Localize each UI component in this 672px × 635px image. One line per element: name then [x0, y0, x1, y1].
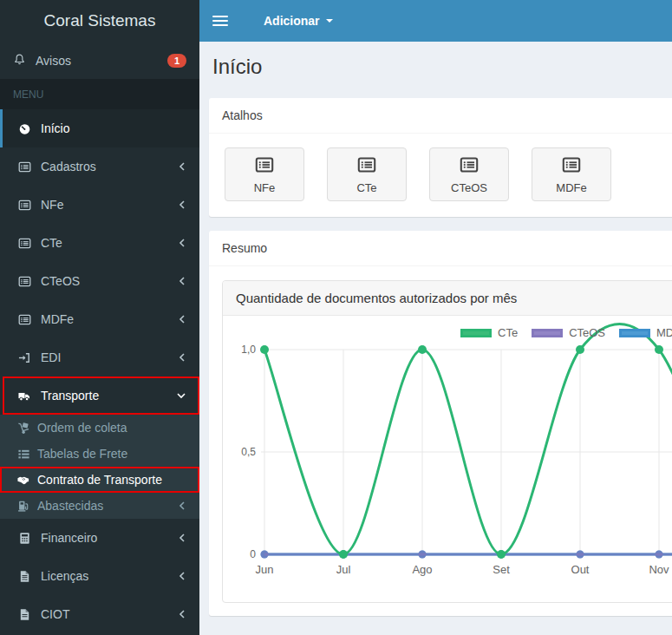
notifications-item[interactable]: Avisos 1 — [0, 42, 199, 80]
sidebar-item-label: CTeOS — [41, 274, 80, 288]
chevron-left-icon — [178, 571, 186, 581]
svg-text:1,0: 1,0 — [241, 344, 256, 356]
legend-swatch-cte — [460, 329, 492, 337]
sidebar-item-label: Licenças — [41, 569, 88, 583]
sidebar-item-inicio[interactable]: Início — [0, 109, 199, 147]
chart-box: Quantidade de documentos autorizados por… — [222, 280, 672, 603]
svg-text:Nov: Nov — [649, 563, 669, 576]
shortcut-label: CTeOS — [451, 181, 487, 194]
main-content: Adicionar Início Atalhos NFe CTe CTeOS M… — [199, 0, 672, 635]
sidebar-item-label: EDI — [41, 350, 61, 364]
shortcuts-panel-title: Atalhos — [209, 98, 672, 134]
sidebar-item-ciot[interactable]: CIOT — [0, 595, 199, 633]
legend-item-mdfe[interactable]: MDFe — [619, 326, 672, 339]
summary-panel-title: Resumo — [209, 231, 672, 266]
list-alt-icon — [16, 275, 33, 288]
legend-swatch-mdfe — [619, 329, 650, 337]
svg-text:Jul: Jul — [336, 563, 351, 576]
adicionar-menu-button[interactable]: Adicionar — [251, 0, 345, 42]
submenu-item-ordem-de-coleta[interactable]: Ordem de coleta — [0, 415, 199, 441]
sidebar-item-cadastros[interactable]: Cadastros — [0, 147, 199, 186]
caret-down-icon — [326, 19, 333, 23]
sidebar-item-label: Cadastros — [41, 160, 96, 173]
legend-label: CTeOS — [569, 326, 605, 339]
svg-text:0,5: 0,5 — [241, 446, 256, 458]
submenu-item-label: Abastecidas — [37, 499, 103, 513]
summary-panel-body: Quantidade de documentos autorizados por… — [209, 266, 672, 616]
brand-title: Coral Sistemas — [0, 0, 199, 42]
shortcut-button-mdfe[interactable]: MDFe — [532, 147, 611, 201]
chevron-left-icon — [178, 314, 186, 324]
list-alt-icon — [561, 155, 582, 177]
list-alt-icon — [16, 199, 33, 212]
legend-item-cteos[interactable]: CTeOS — [532, 326, 605, 339]
chart-title: Quantidade de documentos autorizados por… — [223, 281, 672, 316]
sidebar-item-nfe[interactable]: NFe — [0, 186, 199, 224]
list-alt-icon — [459, 155, 480, 177]
submenu-item-label: Ordem de coleta — [37, 421, 127, 435]
file-contract-icon — [16, 570, 33, 583]
page-title: Início — [212, 53, 672, 81]
dolly-icon — [16, 422, 31, 435]
shortcut-button-cteos[interactable]: CTeOS — [429, 147, 509, 201]
chevron-down-icon — [176, 391, 186, 400]
sidebar-item-label: CTe — [41, 236, 62, 250]
shortcut-button-nfe[interactable]: NFe — [225, 147, 304, 201]
legend-item-cte[interactable]: CTe — [460, 326, 518, 339]
sidebar-item-cte[interactable]: CTe — [0, 224, 199, 262]
gas-pump-icon — [16, 500, 31, 513]
top-navbar: Adicionar — [199, 0, 672, 42]
bell-icon — [13, 53, 26, 69]
notifications-label: Avisos — [36, 54, 71, 68]
chevron-left-icon — [178, 609, 186, 619]
handshake-icon — [16, 474, 31, 487]
chevron-left-icon — [178, 352, 186, 363]
sidebar-item-edi[interactable]: EDI — [0, 338, 199, 376]
chevron-left-icon — [178, 533, 186, 543]
notifications-badge: 1 — [167, 54, 186, 68]
list-alt-icon — [16, 313, 33, 326]
chart-legend: CTe CTeOS MDFe — [460, 326, 672, 339]
chevron-left-icon — [178, 501, 186, 511]
chevron-left-icon — [178, 200, 186, 210]
submenu-item-abastecidas[interactable]: Abastecidas — [0, 493, 199, 519]
summary-panel: Resumo Quantidade de documentos autoriza… — [209, 231, 672, 616]
svg-text:Out: Out — [571, 563, 590, 576]
sidebar-item-mdfe[interactable]: MDFe — [0, 300, 199, 338]
chart-area: CTe CTeOS MDFe 00,51,0JunJulAgoSetOutNov — [223, 316, 672, 602]
sidebar-item-label: NFe — [41, 198, 63, 212]
svg-text:Ago: Ago — [412, 563, 432, 576]
shortcut-button-cte[interactable]: CTe — [327, 147, 407, 201]
list-icon — [16, 448, 31, 461]
sidebar-item-transporte[interactable]: Transporte — [0, 376, 199, 415]
svg-text:Set: Set — [493, 563, 510, 576]
chevron-left-icon — [178, 276, 186, 286]
submenu-item-tabelas-de-frete[interactable]: Tabelas de Frete — [0, 441, 199, 467]
sidebar-toggle-button[interactable] — [199, 2, 241, 40]
legend-label: MDFe — [656, 326, 672, 339]
sidebar-item-label: Início — [41, 121, 69, 135]
tachometer-icon — [16, 122, 33, 135]
submenu-item-label: Contrato de Transporte — [37, 473, 162, 487]
sidebar-item-label: Financeiro — [41, 531, 97, 545]
submenu-item-contrato-de-transporte[interactable]: Contrato de Transporte — [0, 467, 199, 493]
adicionar-label: Adicionar — [264, 14, 320, 28]
sidebar-item-licencas[interactable]: Licenças — [0, 557, 199, 595]
sidebar-item-cteos[interactable]: CTeOS — [0, 262, 199, 300]
sidebar: Coral Sistemas Avisos 1 MENU Início Cada… — [0, 0, 199, 635]
sidebar-item-financeiro[interactable]: Financeiro — [0, 519, 199, 557]
calculator-icon — [16, 532, 33, 545]
svg-text:0: 0 — [250, 548, 256, 560]
sign-in-icon — [16, 351, 33, 364]
sidebar-item-label: MDFe — [41, 312, 74, 326]
sidebar-item-label: CIOT — [41, 607, 69, 621]
list-alt-icon — [356, 155, 377, 177]
sidebar-item-label: Transporte — [41, 389, 99, 403]
transporte-submenu: Ordem de coleta Tabelas de Frete Contrat… — [0, 415, 199, 519]
list-alt-icon — [254, 155, 275, 177]
legend-swatch-cteos — [532, 329, 563, 337]
submenu-item-label: Tabelas de Frete — [37, 447, 127, 461]
file-icon — [16, 608, 33, 621]
shortcuts-body: NFe CTe CTeOS MDFe — [209, 134, 672, 217]
chevron-left-icon — [178, 161, 186, 172]
